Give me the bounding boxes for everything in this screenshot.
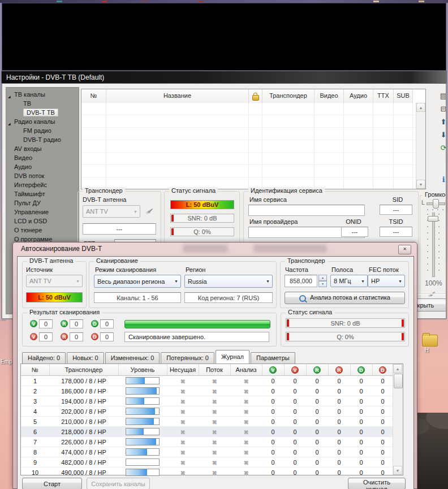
region-select[interactable]: Russia ▼ [184,275,273,288]
log-row[interactable]: 5210,000 / 8 / HP✖✖✖000000 [21,417,393,427]
log-column-header[interactable]: D [372,364,393,376]
sidebar-item[interactable]: Таймшифт [6,189,79,198]
sidebar-item[interactable]: Видео [6,153,79,162]
channels-table-body[interactable] [81,103,416,189]
lock-column-header[interactable] [249,89,262,103]
scroll-thumb[interactable] [394,374,403,388]
scan-mode-select[interactable]: Весь диапазон региона ▼ [94,275,181,288]
frequency-input[interactable]: 858,000 [285,275,317,287]
move-channel-down-icon[interactable]: ⬇ [439,131,447,140]
sidebar-item[interactable]: ТВ [6,99,79,108]
antenna-select[interactable]: ANT TV ▼ [83,205,140,218]
log-scrollbar[interactable]: ▲ ▼ [393,364,403,475]
log-row[interactable]: 3194,000 / 8 / HP✖✖✖000000 [21,396,393,406]
sidebar-item[interactable]: ◢ТВ каналы [6,90,79,99]
snr-marker [171,215,174,222]
save-channels-button[interactable]: Сохранить каналы [87,478,150,489]
log-column-header[interactable]: R [328,364,350,376]
frequency-spinner[interactable]: ▲ ▼ [318,275,327,287]
scan-status-text: Сканирование завершено. [124,332,269,342]
bandwidth-select[interactable]: 8 МГц ▼ [330,275,368,287]
group-title: Результат сканирования [27,309,102,315]
log-count: 0 [284,386,306,396]
tab-active[interactable]: Журнал [216,350,249,363]
sidebar-item[interactable]: О тюнере [6,226,79,235]
log-column-header[interactable]: V [262,364,284,376]
remove-channel-icon[interactable]: ⊟ [439,105,447,114]
channels-column-header[interactable]: SUB [394,89,413,103]
channels-column-header[interactable]: Видео [315,89,344,103]
desktop-folder-icon[interactable] [422,335,438,347]
log-column-header[interactable]: V [284,364,306,376]
video-preview-window[interactable] [2,3,446,71]
channels-column-header[interactable]: № [81,89,106,103]
log-column-header[interactable]: № [21,364,49,376]
log-row[interactable]: 7226,000 / 8 / HP✖✖✖000000 [21,437,393,447]
log-level [118,417,167,427]
log-column-header[interactable]: Несущая [167,364,199,376]
channels-column-header[interactable]: TTX [373,89,394,103]
scroll-up-icon[interactable]: ▲ [416,103,425,112]
log-column-header[interactable]: Транспондер [49,364,118,376]
tab-item[interactable]: Новых: 0 [67,352,104,363]
spin-up-icon[interactable]: ▲ [318,275,327,281]
clear-log-button[interactable]: Очистить журнал [348,478,406,489]
sidebar-item[interactable]: DVB-T радио [6,135,79,144]
tab-item[interactable]: Найдено: 0 [22,352,66,363]
channels-column-header[interactable]: Транспондер [262,89,315,103]
channels-column-header[interactable]: Название [106,89,249,103]
sidebar-item[interactable]: ◢Радио каналы [6,117,79,126]
close-icon[interactable]: ✕ [398,245,411,254]
sidebar-item[interactable]: Управление [6,207,79,217]
log-column-header[interactable]: R [306,364,328,376]
tab-item[interactable]: Параметры [251,352,295,363]
fec-select[interactable]: HP ▼ [368,275,405,287]
channels-column [249,103,262,189]
sidebar-item[interactable]: FM радио [6,126,79,135]
move-channel-up-icon[interactable]: ⬆ [439,118,447,127]
sidebar-item[interactable]: Пульт ДУ [6,198,79,207]
sidebar-item[interactable]: DVB поток [6,171,79,180]
log-carrier: ✖ [167,376,199,386]
refresh-list-icon[interactable]: ⟳ [439,144,447,153]
log-row[interactable]: 9482,000 / 8 / HP✖✖✖000000 [21,457,393,468]
start-button[interactable]: Старт [22,478,82,489]
service-name-input[interactable] [248,205,365,216]
scroll-down-icon[interactable]: ▼ [416,180,425,189]
glass-blur [253,244,327,253]
scroll-down-icon[interactable]: ▼ [393,466,402,475]
scroll-up-icon[interactable]: ▲ [393,364,402,373]
chevron-down-icon: ▼ [396,279,404,283]
channels-scrollbar[interactable]: ▲ ▼ [416,103,425,189]
volume-slider-handle[interactable] [428,216,438,222]
log-stream: ✖ [199,417,230,427]
analyze-stream-button[interactable]: Анализ потока и статистика [285,292,405,304]
log-column-header[interactable]: D [350,364,372,376]
desktop-folder-label[interactable]: Н [425,347,429,353]
log-row[interactable]: 2186,000 / 8 / HP✖✖✖000000 [21,386,393,396]
sidebar-item[interactable]: DVB-T ТВ [6,108,79,117]
spin-down-icon[interactable]: ▼ [318,281,327,287]
log-row[interactable]: 1178,000 / 8 / HP✖✖✖000000 [21,376,393,386]
sidebar-item[interactable]: Аудио [6,162,79,171]
volume-slider[interactable] [432,213,435,277]
sidebar-item[interactable]: AV входы [6,144,79,153]
source-select[interactable]: ANT TV ▼ [26,275,83,287]
log-column-header[interactable]: Анализ [230,364,262,376]
sidebar-item[interactable]: Интерфейс [6,180,79,189]
tab-item[interactable]: Измененных: 0 [105,352,160,363]
tab-item[interactable]: Потерянных: 0 [161,352,214,363]
log-column-header[interactable]: Уровень [118,364,167,376]
log-row[interactable]: 6218,000 / 8 / HP✖✖✖000000 [21,427,393,437]
balance-slider-handle[interactable] [433,199,439,209]
log-row[interactable]: 8474,000 / 8 / HP✖✖✖000000 [21,447,393,457]
info-icon[interactable]: ℹ [439,175,447,184]
log-row[interactable]: 10490,000 / 8 / HP✖✖✖000000 [21,468,393,478]
channel-list-icon[interactable]: ▤ [439,92,447,101]
log-row[interactable]: 4202,000 / 8 / HP✖✖✖000000 [21,406,393,417]
settings-window-titlebar[interactable]: Настройки - DVB-T ТВ (Default) [1,71,447,83]
log-column-header[interactable]: Поток [199,364,230,376]
sidebar-item[interactable]: LCD и OSD [6,217,79,226]
desktop-icon-label[interactable]: Emp [1,358,12,365]
channels-column-header[interactable]: Аудио [344,89,373,103]
